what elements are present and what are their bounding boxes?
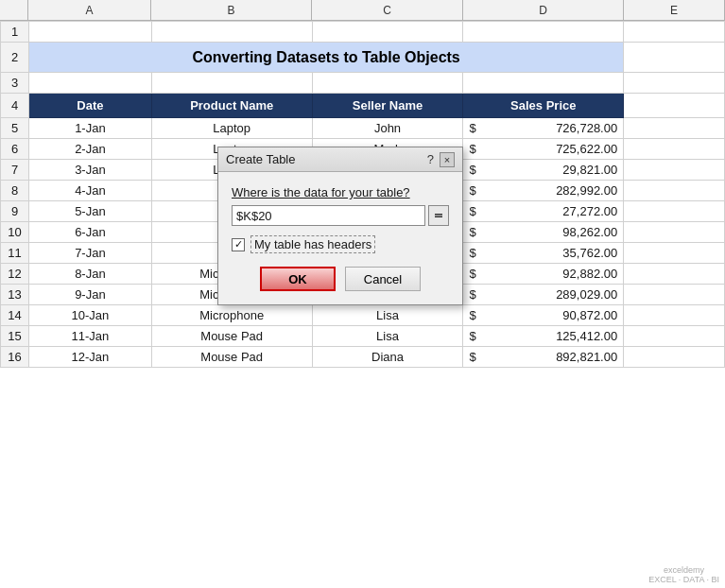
cell-12f[interactable] (624, 264, 725, 285)
cell-1b[interactable] (29, 22, 152, 43)
row-num-11: 11 (1, 243, 29, 264)
row-2: 2 Converting Datasets to Table Objects (1, 43, 725, 73)
cell-seller-14[interactable]: Lisa (312, 305, 463, 326)
cell-date-12[interactable]: 8-Jan (29, 264, 152, 285)
spreadsheet-title: Converting Datasets to Table Objects (29, 43, 624, 73)
header-price[interactable]: Sales Price (463, 94, 624, 118)
column-headers: A B C D E (0, 0, 725, 21)
cell-seller-16[interactable]: Diana (312, 347, 463, 368)
cell-product-16[interactable]: Mouse Pad (151, 347, 312, 368)
cell-product-14[interactable]: Microphone (151, 305, 312, 326)
cell-15f[interactable] (624, 326, 725, 347)
cell-seller-5[interactable]: John (312, 118, 463, 139)
cell-1d[interactable] (312, 22, 463, 43)
cell-3f[interactable] (624, 73, 725, 94)
cell-price-11[interactable]: $ 35,762.00 (463, 243, 624, 264)
dialog-question-label: Where is the data for your table? (232, 185, 449, 199)
cell-date-8[interactable]: 4-Jan (29, 181, 152, 201)
row-3: 3 (1, 73, 725, 94)
cell-date-5[interactable]: 1-Jan (29, 118, 152, 139)
cell-price-8[interactable]: $ 282,992.00 (463, 181, 624, 201)
cell-seller-15[interactable]: Lisa (312, 326, 463, 347)
cell-13f[interactable] (624, 285, 725, 305)
cell-price-13[interactable]: $ 289,029.00 (463, 285, 624, 305)
cell-price-12[interactable]: $ 92,882.00 (463, 264, 624, 285)
row-num-8: 8 (1, 181, 29, 201)
header-product[interactable]: Product Name (151, 94, 312, 118)
cell-price-16[interactable]: $ 892,821.00 (463, 347, 624, 368)
cell-price-15[interactable]: $ 125,412.00 (463, 326, 624, 347)
cell-date-15[interactable]: 11-Jan (29, 326, 152, 347)
cell-8f[interactable] (624, 181, 725, 201)
create-table-dialog: Create Table ? × Where is the data for y… (217, 147, 463, 305)
dialog-checkbox-row: ✓ My table has headers (232, 235, 449, 253)
dialog-ok-button[interactable]: OK (260, 267, 336, 291)
cell-3c[interactable] (151, 73, 312, 94)
cell-7f[interactable] (624, 160, 725, 181)
dialog-input-row (232, 205, 449, 226)
table-row: 5 1-Jan Laptop John $ 726,728.00 (1, 118, 725, 139)
cell-product-15[interactable]: Mouse Pad (151, 326, 312, 347)
cell-14f[interactable] (624, 305, 725, 326)
col-header-b: A (28, 0, 151, 20)
cell-price-7[interactable]: $ 29,821.00 (463, 160, 624, 181)
watermark-tagline: EXCEL · DATA · BI (648, 575, 719, 584)
checkbox-check-icon: ✓ (234, 238, 243, 251)
cell-1f[interactable] (624, 22, 725, 43)
cell-price-5[interactable]: $ 726,728.00 (463, 118, 624, 139)
row-num-14: 14 (1, 305, 29, 326)
cell-price-9[interactable]: $ 27,272.00 (463, 201, 624, 222)
cell-date-10[interactable]: 6-Jan (29, 222, 152, 243)
cell-3e[interactable] (463, 73, 624, 94)
cell-1e[interactable] (463, 22, 624, 43)
watermark: exceldemy EXCEL · DATA · BI (648, 565, 719, 584)
dialog-titlebar: Create Table ? × (218, 147, 462, 172)
row-num-6: 6 (1, 139, 29, 160)
cell-4f[interactable] (624, 94, 725, 118)
row-num-4: 4 (1, 94, 29, 118)
cell-16f[interactable] (624, 347, 725, 368)
cell-date-11[interactable]: 7-Jan (29, 243, 152, 264)
cell-price-14[interactable]: $ 90,872.00 (463, 305, 624, 326)
cell-9f[interactable] (624, 201, 725, 222)
header-seller[interactable]: Seller Name (312, 94, 463, 118)
row-num-13: 13 (1, 285, 29, 305)
cell-3b[interactable] (29, 73, 152, 94)
row-num-9: 9 (1, 201, 29, 222)
cell-product-5[interactable]: Laptop (151, 118, 312, 139)
watermark-brand: exceldemy (648, 565, 719, 575)
cell-price-6[interactable]: $ 725,622.00 (463, 139, 624, 160)
dialog-range-select-button[interactable] (428, 205, 449, 226)
dialog-cancel-button[interactable]: Cancel (345, 267, 421, 291)
row-4-headers: 4 Date Product Name Seller Name Sales Pr… (1, 94, 725, 118)
cell-price-10[interactable]: $ 98,262.00 (463, 222, 624, 243)
dialog-close-button[interactable]: × (440, 152, 455, 167)
row-num-10: 10 (1, 222, 29, 243)
cell-date-9[interactable]: 5-Jan (29, 201, 152, 222)
cell-date-7[interactable]: 3-Jan (29, 160, 152, 181)
cell-3d[interactable] (312, 73, 463, 94)
cell-1c[interactable] (151, 22, 312, 43)
dialog-title: Create Table (226, 152, 295, 166)
row-1: 1 (1, 22, 725, 43)
cell-10f[interactable] (624, 222, 725, 243)
cell-2f[interactable] (624, 43, 725, 73)
dialog-help-button[interactable]: ? (427, 152, 434, 166)
cell-date-16[interactable]: 12-Jan (29, 347, 152, 368)
row-num-16: 16 (1, 347, 29, 368)
dialog-range-input[interactable] (232, 205, 425, 226)
col-header-d: C (312, 0, 463, 20)
row-num-12: 12 (1, 264, 29, 285)
cell-11f[interactable] (624, 243, 725, 264)
cell-6f[interactable] (624, 139, 725, 160)
spreadsheet: A B C D E 1 2 Converting Datasets to Tab… (0, 0, 725, 588)
header-date[interactable]: Date (29, 94, 152, 118)
cell-date-14[interactable]: 10-Jan (29, 305, 152, 326)
table-row: 15 11-Jan Mouse Pad Lisa $ 125,412.00 (1, 326, 725, 347)
cell-date-13[interactable]: 9-Jan (29, 285, 152, 305)
cell-5f[interactable] (624, 118, 725, 139)
row-num-2: 2 (1, 43, 29, 73)
cell-date-6[interactable]: 2-Jan (29, 139, 152, 160)
dialog-checkbox[interactable]: ✓ (232, 238, 245, 251)
row-num-7: 7 (1, 160, 29, 181)
